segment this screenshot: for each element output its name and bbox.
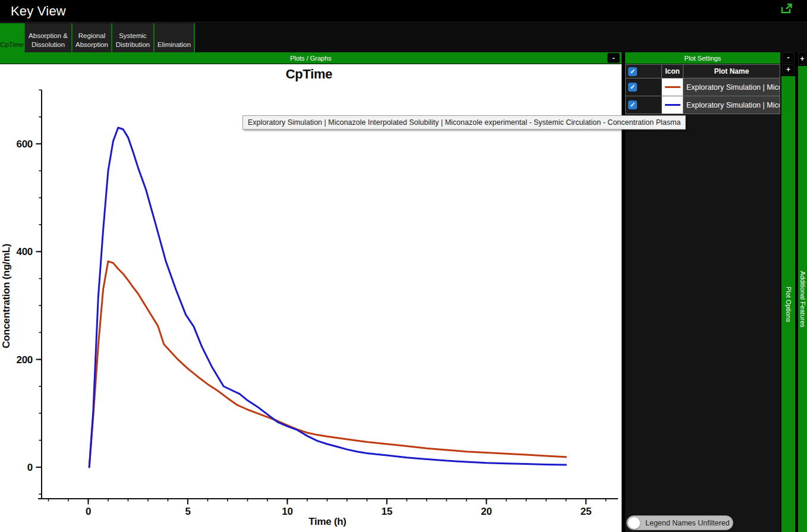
x-tick-label: 0 — [86, 506, 91, 517]
plot-settings-header: Plot Settings — [625, 52, 780, 64]
plot-settings-collapse-button[interactable]: - — [782, 52, 795, 63]
table-row[interactable]: Exploratory Simulation | Mico — [625, 78, 780, 96]
x-tick-label: 15 — [382, 506, 392, 517]
toggle-knob[interactable] — [628, 517, 640, 529]
tab-cptime[interactable]: CpTime — [0, 23, 25, 52]
y-tick-label: 200 — [17, 354, 33, 366]
red-series-line-icon — [665, 86, 680, 88]
x-axis-title: Time (h) — [308, 516, 346, 527]
table-row[interactable]: Exploratory Simulation | Mico — [625, 96, 780, 114]
row-checkbox[interactable] — [628, 100, 637, 109]
tab-systemic-distribution[interactable]: Systemic Distribution — [112, 23, 155, 52]
plots-graphs-header: Plots / Graphs - — [0, 52, 622, 64]
series-icon-cell — [662, 78, 683, 96]
table-header-row: Icon Plot Name — [625, 64, 780, 78]
chart-title: CpTime — [286, 67, 333, 81]
key-view-window: Key View CpTime Absorption & Dissolution… — [0, 0, 807, 532]
column-header-plot-name: Plot Name — [683, 64, 780, 78]
blue-series-line-icon — [665, 104, 680, 106]
plot-options-strip[interactable]: Plot Options — [781, 76, 795, 532]
titlebar: Key View — [0, 0, 807, 23]
y-axis-title: Concentration (ng/mL) — [1, 244, 12, 348]
plots-graphs-collapse-button[interactable]: - — [607, 53, 620, 63]
plot-options-label: Plot Options — [785, 287, 792, 322]
row-checkbox[interactable] — [628, 83, 637, 92]
x-tick-label: 10 — [282, 506, 292, 517]
series-icon-cell — [662, 96, 683, 114]
tab-absorption-dissolution[interactable]: Absorption & Dissolution — [25, 23, 72, 52]
window-title: Key View — [11, 4, 66, 19]
y-tick-label: 0 — [27, 462, 33, 473]
additional-features-label: Additional Features — [799, 271, 806, 328]
view-tabbar: CpTime Absorption & Dissolution Regional… — [0, 23, 807, 52]
chart-canvas: CpTime05101520250200400600Time (h)Concen… — [0, 64, 622, 532]
x-tick-label: 5 — [185, 506, 190, 517]
plots-graphs-title: Plots / Graphs — [290, 55, 332, 62]
plot-name-cell[interactable]: Exploratory Simulation | Mico — [683, 78, 780, 96]
tab-regional-absorption[interactable]: Regional Absorption — [72, 23, 112, 52]
plot-settings-title: Plot Settings — [685, 55, 721, 62]
series-line-1[interactable] — [89, 128, 566, 467]
additional-features-strip[interactable]: Additional Features — [798, 66, 807, 532]
open-external-icon[interactable] — [781, 4, 793, 14]
tab-elimination[interactable]: Elimination — [155, 23, 195, 52]
plot-options-column: - + Plot Options — [781, 52, 795, 532]
additional-features-add-button[interactable]: + — [798, 52, 806, 65]
toggle-label: Legend Names Unfiltered — [645, 519, 730, 527]
series-line-0[interactable] — [89, 262, 566, 467]
y-tick-label: 400 — [17, 246, 33, 257]
plot-tooltip: Exploratory Simulation | Miconazole Inte… — [242, 115, 686, 130]
x-tick-label: 25 — [581, 506, 591, 517]
x-tick-label: 20 — [481, 506, 491, 517]
y-tick-label: 600 — [17, 138, 33, 150]
add-plot-row-button[interactable]: + — [782, 64, 795, 75]
additional-features-column: + Additional Features — [798, 52, 807, 532]
legend-names-unfiltered-toggle[interactable]: Legend Names Unfiltered — [626, 515, 733, 530]
select-all-checkbox[interactable] — [628, 67, 637, 76]
plot-settings-table: Icon Plot Name Exploratory Simulation | … — [625, 64, 780, 114]
column-header-icon: Icon — [662, 64, 683, 78]
cptime-chart: CpTime05101520250200400600Time (h)Concen… — [0, 64, 622, 532]
plot-name-cell[interactable]: Exploratory Simulation | Mico — [683, 96, 780, 114]
